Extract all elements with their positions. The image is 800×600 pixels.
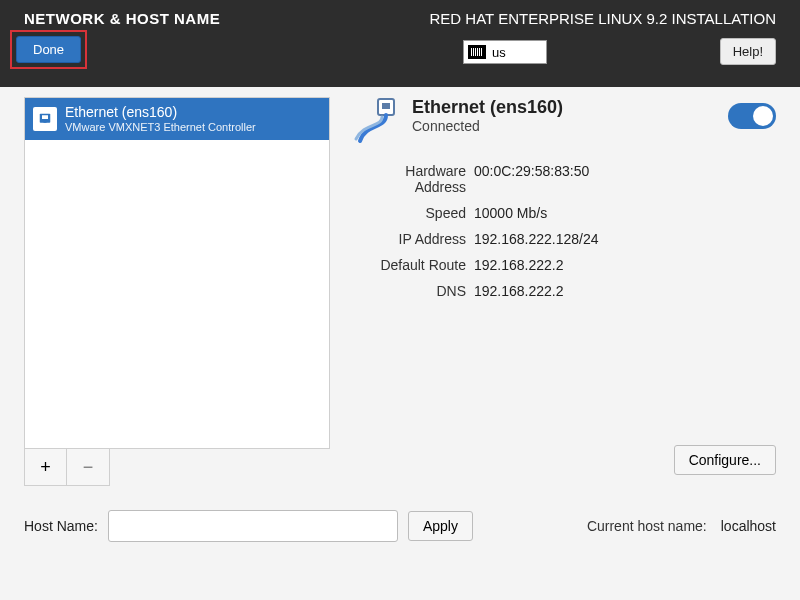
ethernet-plug-icon bbox=[33, 107, 57, 131]
interface-header: Ethernet (ens160) Connected bbox=[352, 97, 776, 145]
apply-hostname-button[interactable]: Apply bbox=[408, 511, 473, 541]
hostname-row: Host Name: Apply Current host name: loca… bbox=[24, 510, 776, 542]
default-route-value: 192.168.222.2 bbox=[474, 257, 776, 273]
keyboard-icon bbox=[468, 45, 486, 59]
interface-subtitle: VMware VMXNET3 Ethernet Controller bbox=[65, 121, 256, 134]
interface-list-buttons: + − bbox=[24, 449, 110, 486]
interface-detail-panel: Ethernet (ens160) Connected Hardware Add… bbox=[352, 97, 776, 486]
ip-address-value: 192.168.222.128/24 bbox=[474, 231, 776, 247]
interface-panel: Ethernet (ens160) VMware VMXNET3 Etherne… bbox=[24, 97, 330, 486]
current-hostname-label: Current host name: bbox=[587, 518, 707, 534]
add-interface-button[interactable]: + bbox=[25, 449, 67, 485]
ip-address-label: IP Address bbox=[352, 231, 466, 247]
interface-details-grid: Hardware Address 00:0C:29:58:83:50 Speed… bbox=[352, 163, 776, 299]
hw-address-value: 00:0C:29:58:83:50 bbox=[474, 163, 776, 195]
interface-list[interactable]: Ethernet (ens160) VMware VMXNET3 Etherne… bbox=[24, 97, 330, 449]
configure-button[interactable]: Configure... bbox=[674, 445, 776, 475]
interface-enable-toggle[interactable] bbox=[728, 103, 776, 129]
hostname-input[interactable] bbox=[108, 510, 398, 542]
done-highlight-box: Done bbox=[10, 30, 87, 69]
done-button[interactable]: Done bbox=[16, 36, 81, 63]
svg-rect-2 bbox=[44, 120, 47, 122]
dns-label: DNS bbox=[352, 283, 466, 299]
content-area: Ethernet (ens160) VMware VMXNET3 Etherne… bbox=[0, 87, 800, 486]
current-hostname-value: localhost bbox=[721, 518, 776, 534]
speed-value: 10000 Mb/s bbox=[474, 205, 776, 221]
current-hostname: Current host name: localhost bbox=[587, 518, 776, 534]
hw-address-label: Hardware Address bbox=[352, 163, 466, 195]
interface-detail-status: Connected bbox=[412, 118, 563, 134]
top-bar: NETWORK & HOST NAME RED HAT ENTERPRISE L… bbox=[0, 0, 800, 87]
help-button[interactable]: Help! bbox=[720, 38, 776, 65]
page-title: NETWORK & HOST NAME bbox=[24, 10, 220, 27]
svg-rect-1 bbox=[42, 115, 48, 119]
speed-label: Speed bbox=[352, 205, 466, 221]
interface-list-item[interactable]: Ethernet (ens160) VMware VMXNET3 Etherne… bbox=[25, 98, 329, 140]
hostname-label: Host Name: bbox=[24, 518, 98, 534]
dns-value: 192.168.222.2 bbox=[474, 283, 776, 299]
default-route-label: Default Route bbox=[352, 257, 466, 273]
remove-interface-button[interactable]: − bbox=[67, 449, 109, 485]
installer-title: RED HAT ENTERPRISE LINUX 9.2 INSTALLATIO… bbox=[430, 10, 776, 27]
keyboard-layout-text: us bbox=[492, 45, 506, 60]
interface-name: Ethernet (ens160) bbox=[65, 104, 256, 121]
keyboard-layout-indicator[interactable]: us bbox=[463, 40, 547, 64]
interface-text: Ethernet (ens160) VMware VMXNET3 Etherne… bbox=[65, 104, 256, 134]
interface-detail-title: Ethernet (ens160) bbox=[412, 97, 563, 118]
svg-rect-4 bbox=[382, 103, 390, 109]
ethernet-cable-icon bbox=[352, 97, 400, 145]
